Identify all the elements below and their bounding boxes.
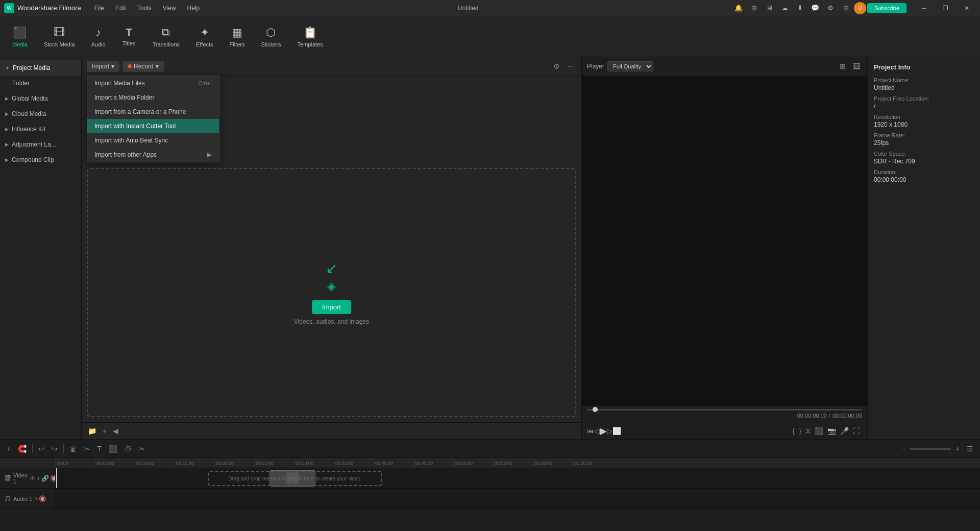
- chat-icon[interactable]: 💬: [808, 1, 822, 15]
- sidebar-item-global-media[interactable]: ▶ Global Media: [0, 91, 81, 106]
- crop-button[interactable]: ⬛: [106, 443, 120, 454]
- tool-effects[interactable]: ✦ Effects: [189, 23, 220, 51]
- drop-area[interactable]: ↙ ◈ Import Videos, audios, and images: [87, 168, 576, 417]
- player-progress-bar[interactable]: [587, 409, 862, 411]
- more-options-icon[interactable]: ⋯: [565, 60, 576, 73]
- undo-button[interactable]: ↩: [36, 443, 47, 454]
- drag-drop-area[interactable]: Drag and drop media and effects here to …: [208, 471, 382, 486]
- track-link-icon[interactable]: 🔗: [41, 475, 49, 482]
- download-icon[interactable]: ⬇: [793, 1, 807, 15]
- magnet-button[interactable]: 🧲: [15, 443, 29, 454]
- track-add-icon[interactable]: +: [37, 475, 40, 482]
- player-progress-handle[interactable]: [593, 407, 598, 412]
- tracks-content-area: 00:00 00:05:00 00:10:00 00:15:00 00:20:0…: [55, 458, 980, 531]
- out-point-icon[interactable]: }: [797, 425, 803, 437]
- minimize-button[interactable]: ─: [915, 1, 933, 15]
- project-name-row: Project Name: Untitled: [874, 77, 974, 91]
- media-toolbar: Import ▾ Record ▾ ⚙ ⋯: [82, 57, 581, 76]
- sidebar-item-influence-kit[interactable]: ▶ Influence Kit: [0, 122, 81, 137]
- fullscreen-icon[interactable]: ⛶: [851, 425, 862, 437]
- in-point-icon[interactable]: {: [791, 425, 797, 437]
- import-auto-beat-item[interactable]: Import with Auto Beat Sync: [87, 133, 219, 148]
- apps-icon[interactable]: ⊞: [839, 1, 853, 15]
- tool-filters[interactable]: ▦ Filters: [222, 23, 252, 51]
- transitions-icon: ⧉: [162, 26, 170, 39]
- menu-tools[interactable]: Tools: [132, 3, 157, 14]
- duration-row: Duration: 00:00:00:00: [874, 169, 974, 183]
- import-button[interactable]: Import ▾: [87, 61, 119, 72]
- add-folder-icon[interactable]: 📁: [86, 426, 99, 436]
- import-media-files-item[interactable]: Import Media Files Ctrl+I: [87, 76, 219, 90]
- record-voice-icon[interactable]: 🎤: [838, 425, 851, 437]
- split-icon[interactable]: ⧖: [803, 424, 813, 437]
- player-view: [582, 76, 867, 405]
- remove-bg-button[interactable]: ✂: [136, 443, 148, 454]
- menu-view[interactable]: View: [158, 3, 181, 14]
- snapshot-icon[interactable]: 🖼: [851, 60, 862, 73]
- sidebar-item-project-media[interactable]: ▼ Project Media: [0, 60, 81, 76]
- import-other-apps-item[interactable]: Import from other Apps ▶: [87, 148, 219, 162]
- skip-back-button[interactable]: ⏮: [587, 427, 594, 435]
- stop-button[interactable]: ⬜: [612, 427, 621, 435]
- menu-edit[interactable]: Edit: [110, 3, 131, 14]
- sidebar-item-compound-clip[interactable]: ▶ Compound Clip: [0, 152, 81, 167]
- maximize-button[interactable]: ❐: [936, 1, 954, 15]
- monitor-icon[interactable]: 🖥: [762, 1, 776, 15]
- delete-button[interactable]: 🗑: [67, 443, 79, 454]
- tool-titles[interactable]: T Titles: [115, 23, 143, 50]
- subscribe-button[interactable]: Subscribe: [867, 3, 906, 13]
- redo-button[interactable]: ↪: [49, 443, 60, 454]
- track-mute-audio-icon[interactable]: 🔇: [39, 495, 46, 502]
- player-timeline-section: 00:00:00:00 / 00:00:00:00: [582, 405, 867, 422]
- menu-help[interactable]: Help: [182, 3, 205, 14]
- notification-icon[interactable]: 🔔: [731, 1, 746, 15]
- cloud-icon[interactable]: ☁: [777, 1, 792, 15]
- grid-icon[interactable]: ⊞: [747, 1, 761, 15]
- quality-select[interactable]: Full Quality 1/2 Quality 1/4 Quality: [607, 61, 653, 71]
- tool-media[interactable]: ⬛ Media: [5, 23, 35, 51]
- speed-button[interactable]: ⏱: [122, 443, 134, 454]
- close-button[interactable]: ✕: [958, 1, 976, 15]
- track-eye-icon[interactable]: 👁: [30, 475, 36, 482]
- import-instant-cutter-item[interactable]: Import with Instant Cutter Tool: [87, 119, 219, 133]
- ruler-mark-8: 00:40:00: [374, 458, 413, 468]
- tool-audio[interactable]: ♪ Audio: [84, 23, 113, 51]
- add-media-timeline-button[interactable]: +: [4, 443, 13, 454]
- record-button[interactable]: Record ▾: [122, 61, 164, 72]
- split-clip-button[interactable]: ✂: [81, 443, 92, 454]
- import-green-button[interactable]: Import: [312, 300, 351, 314]
- tool-templates[interactable]: 📋 Templates: [290, 23, 330, 51]
- zoom-in-button[interactable]: +: [953, 443, 962, 454]
- zoom-out-button[interactable]: −: [899, 443, 908, 454]
- resolution-label: Resolution:: [874, 114, 974, 120]
- layout-icon[interactable]: ⊞: [838, 60, 848, 73]
- video1-track-content[interactable]: Drag and drop media and effects here to …: [55, 468, 980, 489]
- track-add-audio-icon[interactable]: +: [34, 495, 38, 502]
- filter-icon[interactable]: ⚙: [551, 60, 562, 73]
- tool-stock-media[interactable]: 🎞 Stock Media: [37, 23, 82, 51]
- text-button[interactable]: T: [94, 443, 104, 454]
- user-avatar[interactable]: U: [854, 2, 866, 14]
- zoom-slider[interactable]: [910, 448, 951, 450]
- list-view-button[interactable]: ☰: [964, 443, 976, 454]
- tool-transitions[interactable]: ⧉ Transitions: [145, 23, 187, 51]
- camera-icon[interactable]: 📷: [825, 425, 838, 437]
- import-media-folder-item[interactable]: Import a Media Folder: [87, 90, 219, 105]
- import-camera-phone-item[interactable]: Import from a Camera or a Phone: [87, 105, 219, 119]
- sidebar-item-cloud-media[interactable]: ▶ Cloud Media: [0, 106, 81, 122]
- add-to-timeline-icon[interactable]: ⬛: [813, 425, 825, 437]
- play-button[interactable]: ▶: [600, 425, 607, 437]
- tool-stickers[interactable]: ⬡ Stickers: [254, 23, 288, 51]
- audio1-track-content[interactable]: [55, 489, 980, 509]
- menu-file[interactable]: File: [89, 3, 109, 14]
- media-icon: ⬛: [13, 26, 27, 39]
- record-dot-icon: [128, 64, 132, 68]
- sidebar-item-folder[interactable]: Folder: [0, 76, 81, 91]
- frame-back-button[interactable]: ◁: [594, 427, 600, 435]
- resolution-row: Resolution: 1920 x 1080: [874, 114, 974, 128]
- sidebar-item-adjustment-layer[interactable]: ▶ Adjustment La...: [0, 137, 81, 152]
- frame-forward-button[interactable]: ▷: [607, 427, 612, 435]
- collapse-icon[interactable]: ◀: [111, 426, 120, 436]
- settings-icon[interactable]: ⚙: [823, 1, 838, 15]
- add-media-icon[interactable]: +: [101, 426, 109, 436]
